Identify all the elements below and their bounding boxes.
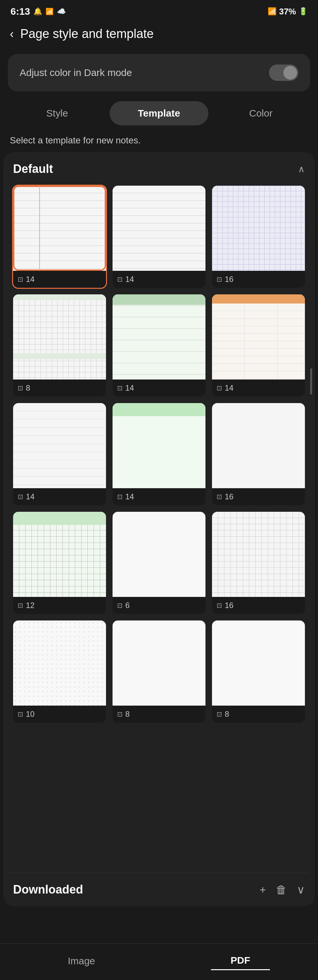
battery-text: 37% [279, 6, 296, 17]
page-icon: ⊡ [117, 493, 123, 501]
header: ‹ Page style and template [0, 20, 318, 48]
page-icon: ⊡ [217, 275, 222, 283]
page-icon: ⊡ [117, 384, 123, 392]
add-template-button[interactable]: + [259, 883, 266, 896]
template-footer: ⊡ 14 [212, 380, 305, 396]
page-icon: ⊡ [117, 710, 123, 718]
page-icon: ⊡ [117, 275, 123, 283]
template-item[interactable]: ⊡ 14 [112, 186, 206, 288]
page-count: 8 [26, 383, 30, 393]
template-footer: ⊡ 14 [112, 271, 206, 288]
template-footer: ⊡ 16 [212, 597, 305, 614]
template-footer: ⊡ 14 [13, 488, 106, 505]
dark-mode-section: Adjust color in Dark mode [8, 54, 310, 91]
page-icon: ⊡ [217, 601, 222, 609]
template-preview [13, 186, 106, 271]
back-button[interactable]: ‹ [10, 28, 14, 40]
page-count: 14 [26, 492, 35, 501]
tab-bar: Style Template Color [8, 101, 310, 126]
template-preview [212, 294, 305, 380]
downloaded-title: Downloaded [13, 883, 83, 897]
battery-icon: 🔋 [299, 7, 307, 16]
page-count: 8 [125, 710, 130, 719]
page-count: 10 [26, 710, 35, 719]
template-item[interactable]: ⊡ 14 [212, 294, 305, 396]
page-count: 12 [26, 601, 35, 610]
page-count: 14 [225, 383, 234, 393]
downloaded-header: Downloaded + 🗑 ∨ [10, 873, 308, 906]
page-count: 6 [125, 601, 130, 610]
template-footer: ⊡ 8 [112, 706, 206, 723]
notification-icon: 🔔 [33, 7, 42, 16]
template-item[interactable]: ⊡ 8 [13, 294, 106, 396]
page-icon: ⊡ [17, 710, 23, 718]
cloud-icon: ☁️ [57, 7, 66, 16]
template-footer: ⊡ 10 [13, 706, 106, 723]
template-footer: ⊡ 16 [212, 271, 305, 288]
template-preview [112, 294, 206, 380]
template-item[interactable]: ⊡ 14 [112, 294, 206, 396]
page-count: 14 [125, 492, 134, 501]
template-preview [212, 512, 305, 597]
template-item[interactable]: ⊡ 16 [212, 403, 305, 505]
scrollbar[interactable] [310, 368, 312, 395]
template-footer: ⊡ 8 [13, 380, 106, 396]
wifi-icon: 📶 [267, 7, 277, 16]
tab-style[interactable]: Style [8, 101, 106, 126]
template-preview [212, 403, 305, 488]
page-icon: ⊡ [117, 601, 123, 609]
main-content: Default ∧ ⊡ 14 ⊡ 14 ⊡ [3, 152, 315, 873]
delete-template-button[interactable]: 🗑 [276, 883, 287, 896]
template-preview [212, 186, 305, 271]
collapse-icon[interactable]: ∧ [298, 164, 305, 175]
template-preview [112, 620, 206, 706]
page-icon: ⊡ [17, 275, 23, 283]
template-item[interactable]: ⊡ 16 [212, 186, 305, 288]
page-icon: ⊡ [17, 384, 23, 392]
page-count: 16 [225, 275, 234, 284]
template-preview [13, 620, 106, 706]
template-preview [112, 512, 206, 597]
template-item[interactable]: ⊡ 6 [112, 512, 206, 614]
template-item[interactable]: ⊡ 14 [13, 403, 106, 505]
bottom-bar: Image PDF [0, 943, 318, 980]
template-item[interactable]: ⊡ 10 [13, 620, 106, 723]
default-section-title: Default [13, 162, 53, 176]
status-right: 📶 37% 🔋 [267, 6, 307, 17]
status-left: 6:13 🔔 📶 ☁️ [11, 6, 66, 17]
template-footer: ⊡ 8 [212, 706, 305, 723]
template-item[interactable]: ⊡ 8 [112, 620, 206, 723]
template-item[interactable]: ⊡ 8 [212, 620, 305, 723]
page-icon: ⊡ [217, 710, 222, 718]
template-preview [13, 403, 106, 488]
bottom-tab-pdf[interactable]: PDF [211, 951, 270, 970]
page-count: 8 [225, 710, 229, 719]
template-item[interactable]: ⊡ 14 [112, 403, 206, 505]
signal-icon: 📶 [46, 8, 54, 15]
template-preview [112, 403, 206, 488]
template-item[interactable]: ⊡ 14 [13, 186, 106, 288]
template-item[interactable]: ⊡ 12 [13, 512, 106, 614]
tab-color[interactable]: Color [212, 101, 310, 126]
template-item[interactable]: ⊡ 16 [212, 512, 305, 614]
template-preview [13, 512, 106, 597]
dark-mode-toggle[interactable] [269, 65, 298, 81]
template-subtitle: Select a template for new notes. [0, 135, 318, 152]
page-count: 14 [125, 383, 134, 393]
status-bar: 6:13 🔔 📶 ☁️ 📶 37% 🔋 [0, 0, 318, 20]
template-preview [212, 620, 305, 706]
status-time: 6:13 [11, 6, 30, 17]
bottom-tab-image[interactable]: Image [48, 952, 114, 970]
page-icon: ⊡ [217, 493, 222, 501]
template-preview [112, 186, 206, 271]
template-footer: ⊡ 16 [212, 488, 305, 505]
template-footer: ⊡ 14 [112, 488, 206, 505]
dark-mode-label: Adjust color in Dark mode [20, 67, 132, 78]
expand-downloaded-button[interactable]: ∨ [297, 883, 305, 896]
default-section-header: Default ∧ [10, 162, 308, 182]
tab-template[interactable]: Template [109, 101, 208, 126]
template-footer: ⊡ 14 [112, 380, 206, 396]
page-icon: ⊡ [17, 493, 23, 501]
template-footer: ⊡ 6 [112, 597, 206, 614]
downloaded-actions: + 🗑 ∨ [259, 883, 305, 896]
